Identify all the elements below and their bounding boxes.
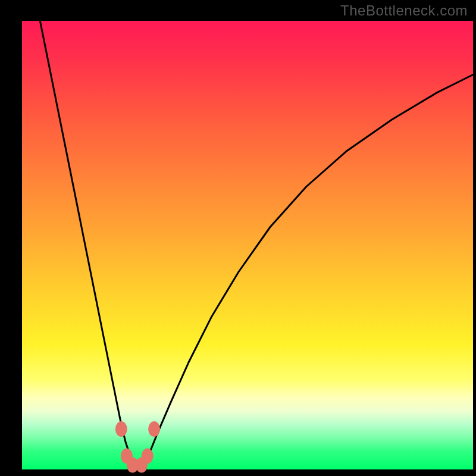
marker-group [115,421,160,472]
chart-frame: TheBottleneck.com [0,0,476,476]
curve-marker [115,421,127,437]
plot-area [22,21,473,469]
chart-svg [22,21,473,469]
watermark-text: TheBottleneck.com [340,2,468,19]
curve-marker [142,448,154,464]
bottleneck-curve [40,21,473,467]
curve-marker [148,421,160,437]
